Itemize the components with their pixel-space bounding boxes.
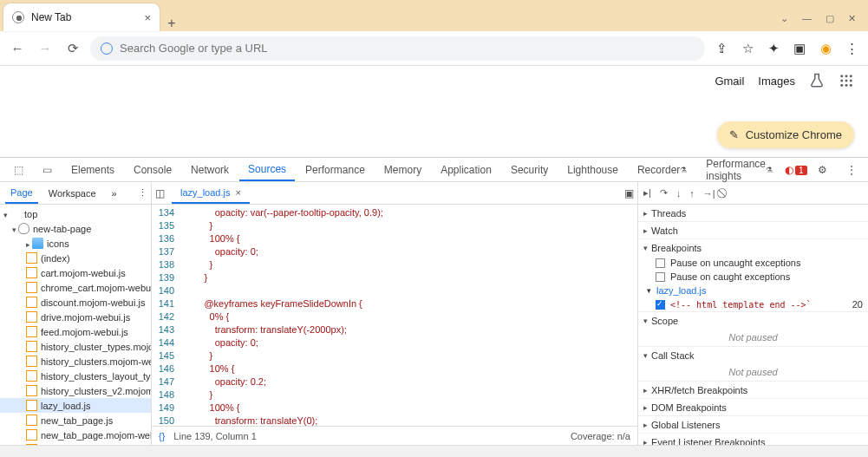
browser-tab[interactable]: New Tab × <box>3 3 160 31</box>
back-button[interactable]: ← <box>7 41 28 55</box>
tree-item[interactable]: history_clusters.mojom-web… <box>0 354 151 369</box>
devtools-tab-sources[interactable]: Sources <box>239 158 295 181</box>
side-panel-icon[interactable]: ▣ <box>790 41 809 56</box>
section-threads[interactable]: Threads <box>638 205 868 221</box>
debugger-control-icon[interactable]: ↓ <box>676 188 682 199</box>
tree-item[interactable]: discount.mojom-webui.js <box>0 295 151 310</box>
inspect-icon[interactable]: ⬚ <box>5 158 32 181</box>
tree-item[interactable]: new-tab-page <box>0 221 151 236</box>
debugger-control-icon[interactable]: →| <box>703 188 715 199</box>
tree-item[interactable]: icons <box>0 236 151 251</box>
error-badge[interactable]: ◐1 <box>785 164 807 176</box>
navigator-menu-icon[interactable]: ⋮ <box>133 182 153 204</box>
pretty-print-icon[interactable]: {} <box>159 431 165 441</box>
devtools-tab-elements[interactable]: Elements <box>62 158 123 181</box>
section-global[interactable]: Global Listeners <box>638 416 868 433</box>
debugger-control-icon[interactable]: ↑ <box>689 188 695 199</box>
omnibox-input[interactable] <box>120 42 695 55</box>
jsfile-icon <box>26 282 37 293</box>
devtools-tab-lighthouse[interactable]: Lighthouse <box>558 158 627 181</box>
section-callstack[interactable]: Call Stack <box>638 347 868 363</box>
tree-item[interactable]: drive.mojom-webui.js <box>0 310 151 324</box>
breakpoint-file-row[interactable]: ▾lazy_load.js <box>638 284 868 297</box>
tree-item[interactable]: lazy_load.js <box>0 398 151 413</box>
checkbox-icon[interactable] <box>656 258 665 268</box>
tree-item[interactable]: new_tab_page.js <box>0 413 151 428</box>
new-tab-button[interactable]: + <box>160 16 184 31</box>
section-event[interactable]: Event Listener Breakpoints <box>638 434 868 445</box>
share-icon[interactable]: ⇪ <box>712 41 731 56</box>
svg-point-4 <box>845 80 848 82</box>
reload-button[interactable]: ⟳ <box>62 41 83 56</box>
debugger-control-icon[interactable]: ▸| <box>643 187 651 199</box>
section-breakpoints[interactable]: Breakpoints <box>638 239 868 256</box>
tree-item[interactable]: feed.mojom-webui.js <box>0 324 151 339</box>
editor-tab-filename: lazy_load.js <box>180 187 230 198</box>
toggle-debugger-icon[interactable]: ▣ <box>624 187 634 199</box>
devtools-settings-icon[interactable]: ⚙ <box>809 158 836 181</box>
browser-titlebar: New Tab × + ⌄ — ▢ ✕ <box>0 0 868 31</box>
devtools-tab-performance-insights[interactable]: Performance insights ⚗ <box>697 158 781 181</box>
code-lines[interactable]: opacity: var(--paper-tooltip-opacity, 0.… <box>179 205 637 426</box>
devtools-menu-icon[interactable]: ⋮ <box>838 158 865 181</box>
pause-uncaught-row[interactable]: Pause on uncaught exceptions <box>638 256 868 270</box>
window-dropdown-icon[interactable]: ⌄ <box>780 13 788 24</box>
tree-item[interactable]: history_clusters_v2.mojom-… <box>0 383 151 398</box>
tree-item[interactable]: history_cluster_types.mojon… <box>0 339 151 354</box>
device-toggle-icon[interactable]: ▭ <box>34 158 61 181</box>
devtools-tab-recorder[interactable]: Recorder ⚗ <box>629 158 695 181</box>
pause-caught-row[interactable]: Pause on caught exceptions <box>638 270 868 284</box>
editor-toolbar: ◫ lazy_load.js × ▣ <box>152 182 637 205</box>
checkbox-icon[interactable] <box>656 272 665 282</box>
devtools-tab-application[interactable]: Application <box>432 158 500 181</box>
navigator-tab-page[interactable]: Page <box>5 182 38 204</box>
images-link[interactable]: Images <box>758 75 795 88</box>
tree-item[interactable]: cart.mojom-webui.js <box>0 265 151 280</box>
devtools-tab-performance[interactable]: Performance <box>297 158 374 181</box>
horizontal-scrollbar[interactable] <box>0 445 868 457</box>
bookmark-star-icon[interactable]: ☆ <box>738 41 757 56</box>
code-area[interactable]: 134 135 136 137 138 139 140 141 142 143 … <box>152 205 637 426</box>
editor-tab[interactable]: lazy_load.js × <box>172 182 250 204</box>
editor-tab-close-icon[interactable]: × <box>235 187 240 198</box>
debugger-control-icon[interactable]: ↷ <box>660 187 668 199</box>
window-maximize-icon[interactable]: ▢ <box>826 13 834 24</box>
section-dom[interactable]: DOM Breakpoints <box>638 399 868 415</box>
tree-item[interactable]: new_tab_page.mojom-webu… <box>0 428 151 442</box>
checkbox-checked-icon[interactable] <box>656 300 665 310</box>
file-tree[interactable]: topnew-tab-pageicons(index)cart.mojom-we… <box>0 205 151 445</box>
breakpoint-line-row[interactable]: <!--_html_template_end_-->`20 <box>638 297 868 311</box>
editor-statusbar: {} Line 139, Column 1 Coverage: n/a <box>152 426 637 445</box>
devtools-tabbar: ⬚ ▭ ElementsConsoleNetworkSourcesPerform… <box>0 158 868 182</box>
devtools-tab-console[interactable]: Console <box>125 158 180 181</box>
section-watch[interactable]: Watch <box>638 222 868 238</box>
profile-avatar-icon[interactable]: ◉ <box>816 41 835 56</box>
tree-item[interactable]: chrome_cart.mojom-webui.… <box>0 280 151 295</box>
window-close-icon[interactable]: ✕ <box>848 13 856 24</box>
tree-item[interactable]: top <box>0 206 151 221</box>
svg-point-5 <box>850 80 852 82</box>
labs-icon[interactable] <box>809 73 825 88</box>
window-minimize-icon[interactable]: — <box>802 13 812 24</box>
browser-toolbar: ← → ⟳ ⇪ ☆ ✦ ▣ ◉ ⋮ <box>0 31 868 66</box>
omnibox[interactable] <box>90 36 705 61</box>
tree-item[interactable]: history_clusters_layout_type… <box>0 369 151 383</box>
gmail-link[interactable]: Gmail <box>715 75 744 88</box>
tree-item[interactable]: (index) <box>0 251 151 265</box>
devtools-tab-memory[interactable]: Memory <box>375 158 430 181</box>
customize-chrome-button[interactable]: ✎ Customize Chrome <box>717 121 854 148</box>
extensions-icon[interactable]: ✦ <box>764 41 783 56</box>
toggle-navigator-icon[interactable]: ◫ <box>155 187 165 199</box>
jsfile-icon <box>26 341 37 352</box>
navigator-tab-more[interactable]: » <box>107 182 122 204</box>
forward-button[interactable]: → <box>35 41 55 55</box>
tab-close-icon[interactable]: × <box>144 11 151 24</box>
navigator-tab-workspace[interactable]: Workspace <box>43 182 101 204</box>
apps-grid-icon[interactable] <box>839 73 854 88</box>
devtools-tab-security[interactable]: Security <box>502 158 557 181</box>
section-scope[interactable]: Scope <box>638 312 868 329</box>
svg-point-0 <box>840 75 843 77</box>
section-xhr[interactable]: XHR/fetch Breakpoints <box>638 382 868 398</box>
devtools-tab-network[interactable]: Network <box>182 158 238 181</box>
browser-menu-icon[interactable]: ⋮ <box>842 41 861 56</box>
